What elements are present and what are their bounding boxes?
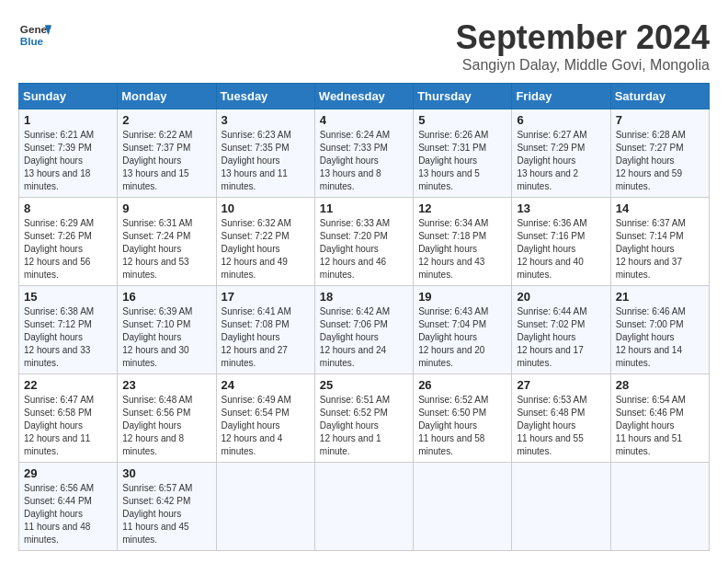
day-info: Sunrise: 6:39 AMSunset: 7:10 PMDaylight … — [122, 306, 192, 368]
day-number: 20 — [517, 290, 605, 304]
col-monday: Monday — [118, 84, 216, 109]
day-info: Sunrise: 6:26 AMSunset: 7:31 PMDaylight … — [418, 130, 488, 191]
calendar-cell — [414, 463, 512, 551]
calendar-week-row: 1 Sunrise: 6:21 AMSunset: 7:39 PMDayligh… — [19, 109, 710, 198]
day-number: 28 — [616, 378, 704, 392]
calendar-cell: 1 Sunrise: 6:21 AMSunset: 7:39 PMDayligh… — [19, 109, 118, 198]
calendar-cell: 24 Sunrise: 6:49 AMSunset: 6:54 PMDaylig… — [216, 374, 314, 463]
calendar-cell — [610, 463, 709, 551]
calendar-cell: 2 Sunrise: 6:22 AMSunset: 7:37 PMDayligh… — [118, 109, 216, 198]
day-number: 6 — [517, 113, 605, 127]
day-number: 7 — [616, 113, 704, 127]
day-number: 21 — [616, 290, 704, 304]
day-number: 29 — [24, 466, 112, 480]
calendar-week-row: 15 Sunrise: 6:38 AMSunset: 7:12 PMDaylig… — [19, 286, 710, 374]
day-info: Sunrise: 6:53 AMSunset: 6:48 PMDaylight … — [517, 395, 586, 456]
location: Sangiyn Dalay, Middle Govi, Mongolia — [456, 57, 710, 74]
day-info: Sunrise: 6:52 AMSunset: 6:50 PMDaylight … — [418, 395, 488, 456]
day-info: Sunrise: 6:28 AMSunset: 7:27 PMDaylight … — [616, 130, 686, 191]
day-info: Sunrise: 6:49 AMSunset: 6:54 PMDaylight … — [222, 395, 291, 456]
calendar-table: Sunday Monday Tuesday Wednesday Thursday… — [18, 83, 710, 551]
day-info: Sunrise: 6:32 AMSunset: 7:22 PMDaylight … — [222, 218, 291, 280]
day-number: 12 — [418, 201, 506, 215]
day-number: 15 — [24, 290, 112, 304]
day-info: Sunrise: 6:21 AMSunset: 7:39 PMDaylight … — [24, 130, 94, 191]
calendar-cell: 6 Sunrise: 6:27 AMSunset: 7:29 PMDayligh… — [512, 109, 610, 198]
day-number: 10 — [222, 201, 310, 215]
day-info: Sunrise: 6:34 AMSunset: 7:18 PMDaylight … — [418, 218, 488, 280]
day-info: Sunrise: 6:27 AMSunset: 7:29 PMDaylight … — [517, 130, 586, 191]
calendar-cell: 26 Sunrise: 6:52 AMSunset: 6:50 PMDaylig… — [414, 374, 512, 463]
day-number: 4 — [320, 113, 408, 127]
day-info: Sunrise: 6:31 AMSunset: 7:24 PMDaylight … — [122, 218, 192, 280]
title-block: September 2024 Sangiyn Dalay, Middle Gov… — [456, 18, 710, 74]
calendar-cell: 12 Sunrise: 6:34 AMSunset: 7:18 PMDaylig… — [414, 198, 512, 286]
day-info: Sunrise: 6:47 AMSunset: 6:58 PMDaylight … — [24, 395, 94, 456]
day-info: Sunrise: 6:56 AMSunset: 6:44 PMDaylight … — [24, 483, 94, 545]
day-number: 9 — [122, 201, 210, 215]
col-thursday: Thursday — [414, 84, 512, 109]
day-number: 27 — [517, 378, 605, 392]
day-info: Sunrise: 6:41 AMSunset: 7:08 PMDaylight … — [222, 306, 291, 368]
calendar-cell — [216, 463, 314, 551]
day-number: 3 — [222, 113, 310, 127]
day-info: Sunrise: 6:37 AMSunset: 7:14 PMDaylight … — [616, 218, 686, 280]
calendar-cell: 18 Sunrise: 6:42 AMSunset: 7:06 PMDaylig… — [314, 286, 413, 374]
calendar-header-row: Sunday Monday Tuesday Wednesday Thursday… — [19, 84, 710, 109]
day-info: Sunrise: 6:33 AMSunset: 7:20 PMDaylight … — [320, 218, 390, 280]
day-number: 16 — [122, 290, 210, 304]
day-number: 1 — [24, 113, 112, 127]
day-info: Sunrise: 6:22 AMSunset: 7:37 PMDaylight … — [122, 130, 192, 191]
day-info: Sunrise: 6:57 AMSunset: 6:42 PMDaylight … — [122, 483, 192, 545]
month-title: September 2024 — [456, 18, 710, 57]
day-number: 14 — [616, 201, 704, 215]
day-info: Sunrise: 6:36 AMSunset: 7:16 PMDaylight … — [517, 218, 586, 280]
calendar-cell: 16 Sunrise: 6:39 AMSunset: 7:10 PMDaylig… — [118, 286, 216, 374]
calendar-cell: 27 Sunrise: 6:53 AMSunset: 6:48 PMDaylig… — [512, 374, 610, 463]
day-info: Sunrise: 6:48 AMSunset: 6:56 PMDaylight … — [122, 395, 192, 456]
day-number: 18 — [320, 290, 408, 304]
day-info: Sunrise: 6:29 AMSunset: 7:26 PMDaylight … — [24, 218, 94, 280]
day-info: Sunrise: 6:46 AMSunset: 7:00 PMDaylight … — [616, 306, 686, 368]
calendar-cell: 4 Sunrise: 6:24 AMSunset: 7:33 PMDayligh… — [314, 109, 413, 198]
calendar-week-row: 8 Sunrise: 6:29 AMSunset: 7:26 PMDayligh… — [19, 198, 710, 286]
day-info: Sunrise: 6:23 AMSunset: 7:35 PMDaylight … — [222, 130, 291, 191]
calendar-cell — [314, 463, 413, 551]
day-number: 22 — [24, 378, 112, 392]
day-info: Sunrise: 6:51 AMSunset: 6:52 PMDaylight … — [320, 395, 390, 456]
day-info: Sunrise: 6:44 AMSunset: 7:02 PMDaylight … — [517, 306, 586, 368]
day-info: Sunrise: 6:38 AMSunset: 7:12 PMDaylight … — [24, 306, 94, 368]
calendar-cell: 23 Sunrise: 6:48 AMSunset: 6:56 PMDaylig… — [118, 374, 216, 463]
day-number: 26 — [418, 378, 506, 392]
day-number: 30 — [122, 466, 210, 480]
day-number: 23 — [122, 378, 210, 392]
calendar-cell: 22 Sunrise: 6:47 AMSunset: 6:58 PMDaylig… — [19, 374, 118, 463]
calendar-cell: 30 Sunrise: 6:57 AMSunset: 6:42 PMDaylig… — [118, 463, 216, 551]
calendar-cell: 15 Sunrise: 6:38 AMSunset: 7:12 PMDaylig… — [19, 286, 118, 374]
calendar-cell: 28 Sunrise: 6:54 AMSunset: 6:46 PMDaylig… — [610, 374, 709, 463]
day-number: 2 — [122, 113, 210, 127]
calendar-cell: 10 Sunrise: 6:32 AMSunset: 7:22 PMDaylig… — [216, 198, 314, 286]
calendar-cell: 9 Sunrise: 6:31 AMSunset: 7:24 PMDayligh… — [118, 198, 216, 286]
calendar-cell: 13 Sunrise: 6:36 AMSunset: 7:16 PMDaylig… — [512, 198, 610, 286]
calendar-cell: 19 Sunrise: 6:43 AMSunset: 7:04 PMDaylig… — [414, 286, 512, 374]
calendar-cell: 29 Sunrise: 6:56 AMSunset: 6:44 PMDaylig… — [19, 463, 118, 551]
calendar-cell: 14 Sunrise: 6:37 AMSunset: 7:14 PMDaylig… — [610, 198, 709, 286]
col-tuesday: Tuesday — [216, 84, 314, 109]
day-number: 25 — [320, 378, 408, 392]
calendar-cell: 25 Sunrise: 6:51 AMSunset: 6:52 PMDaylig… — [314, 374, 413, 463]
day-info: Sunrise: 6:24 AMSunset: 7:33 PMDaylight … — [320, 130, 390, 191]
col-wednesday: Wednesday — [314, 84, 413, 109]
calendar-cell: 3 Sunrise: 6:23 AMSunset: 7:35 PMDayligh… — [216, 109, 314, 198]
calendar-cell: 21 Sunrise: 6:46 AMSunset: 7:00 PMDaylig… — [610, 286, 709, 374]
col-saturday: Saturday — [610, 84, 709, 109]
day-number: 5 — [418, 113, 506, 127]
calendar-cell: 7 Sunrise: 6:28 AMSunset: 7:27 PMDayligh… — [610, 109, 709, 198]
day-number: 19 — [418, 290, 506, 304]
col-sunday: Sunday — [19, 84, 118, 109]
svg-text:Blue: Blue — [20, 35, 44, 47]
day-number: 24 — [222, 378, 310, 392]
day-info: Sunrise: 6:42 AMSunset: 7:06 PMDaylight … — [320, 306, 390, 368]
day-number: 11 — [320, 201, 408, 215]
calendar-cell: 17 Sunrise: 6:41 AMSunset: 7:08 PMDaylig… — [216, 286, 314, 374]
